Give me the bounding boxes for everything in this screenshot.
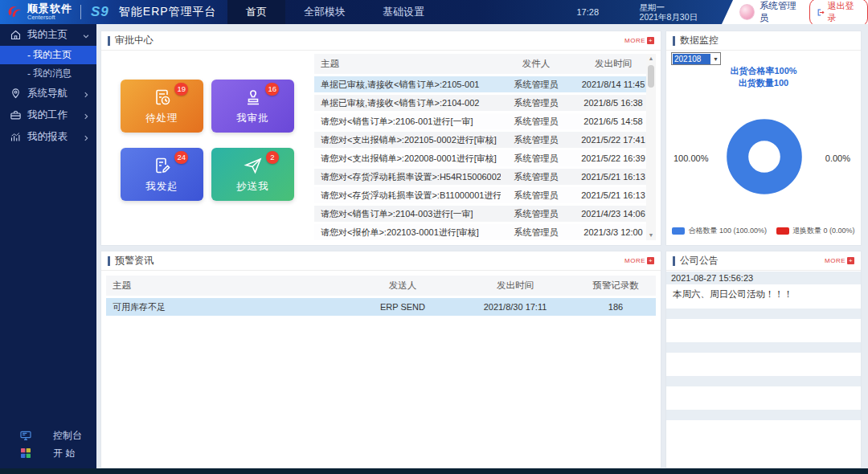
period-selected-value: 202108 (673, 54, 710, 64)
sidebar-item-label: 我的主页 (27, 28, 76, 42)
report-icon (10, 131, 22, 143)
approval-more-button[interactable]: MORE + (624, 37, 654, 44)
nav-tab-all-modules[interactable]: 全部模块 (285, 0, 364, 24)
approval-table: 主题发件人发出时间单据已审核,请接收<销售订单>:2105-001系统管理员20… (314, 54, 655, 240)
data-monitor-panel: 数据监控 202108 ▼ 出货合格率100% 出货数量100 100.00% … (665, 31, 862, 246)
announcement-empty-slot (666, 309, 861, 319)
approval-row[interactable]: 请您对<支出报销单>:202008-0001进行[审核]系统管理员2021/5/… (314, 150, 655, 166)
chevron-down-icon (82, 31, 90, 39)
sidebar-item-system-nav[interactable]: 系统导航 (0, 83, 96, 104)
column-header: 发出时间 (571, 58, 655, 70)
column-header: 主题 (106, 280, 350, 292)
approval-row[interactable]: 单据已审核,请接收<销售订单>:2104-002系统管理员2021/8/5 16… (314, 95, 655, 111)
monitor-panel-title: 数据监控 (680, 34, 719, 47)
approval-subject: 请您对<存货浮动耗损率设置>:H54R15006002进行[审核] (314, 171, 501, 183)
sidebar-item-my-home[interactable]: 我的主页 (0, 24, 96, 46)
column-header: 主题 (314, 58, 501, 70)
approval-subject: 请您对<报价单>:202103-0001进行[审核] (314, 227, 501, 239)
nav-tab-base-settings[interactable]: 基础设置 (364, 0, 443, 24)
sidebar-subitem-my-messages[interactable]: 我的消息 (0, 64, 96, 83)
alerts-table-header: 主题发送人发出时间预警记录数 (106, 276, 656, 296)
approval-card-cc-me[interactable]: 抄送我2 (211, 148, 294, 201)
approval-time: 2021/8/14 11:45 (571, 80, 655, 89)
console-icon (19, 429, 32, 442)
sidebar-menu: 我的主页我的主页我的消息系统导航我的工作我的报表 (0, 24, 96, 148)
scroll-up-icon[interactable]: ▲ (649, 54, 654, 63)
sidebar-item-my-reports[interactable]: 我的报表 (0, 126, 96, 148)
legend-item: 退换数量 0 (0.00%) (776, 226, 855, 236)
navigation-icon (10, 88, 22, 100)
announcement-empty-body (666, 386, 861, 410)
alert-row[interactable]: 可用库存不足ERP SEND2021/8/30 17:11186 (106, 298, 656, 316)
sidebar-item-label: 我的报表 (27, 130, 76, 144)
sidebar-console-label: 控制台 (53, 429, 82, 443)
approval-row[interactable]: 请您对<报价单>:202103-0001进行[审核]系统管理员2021/3/3 … (314, 224, 655, 240)
monitor-summary-1: 出货合格率100% (666, 65, 861, 77)
approval-row[interactable]: 请您对<销售订单>:2106-001进行[一审]系统管理员2021/6/5 14… (314, 113, 655, 129)
approval-table-scrollbar[interactable]: ▲ ▼ (646, 54, 656, 240)
stamp-icon (244, 88, 263, 109)
legend-label: 合格数量 100 (100.00%) (688, 226, 767, 236)
sidebar-console-button[interactable]: 控制台 (0, 427, 96, 444)
logout-button[interactable]: 退出登录 (809, 0, 868, 27)
approval-sender: 系统管理员 (501, 153, 571, 165)
card-label: 抄送我 (236, 180, 269, 194)
brand: 顺景软件 Centersoft S9 智能ERP管理平台 (4, 0, 217, 24)
chevron-right-icon (82, 90, 90, 98)
approval-sender: 系统管理员 (501, 116, 571, 128)
card-count-badge: 24 (174, 151, 188, 164)
more-icon: + (647, 37, 654, 44)
approval-sender: 系统管理员 (501, 97, 571, 109)
approval-time: 2021/5/22 17:41 (571, 135, 655, 145)
panel-accent (108, 36, 110, 46)
scroll-down-icon[interactable]: ▼ (649, 231, 654, 240)
main-nav: 首页全部模块基础设置 (227, 0, 443, 24)
alert-count: 186 (575, 302, 656, 312)
approval-row[interactable]: 请您对<支出报销单>:202105-0002进行[审核]系统管理员2021/5/… (314, 132, 655, 148)
approval-sender: 系统管理员 (501, 79, 571, 91)
s9-logo: S9 (91, 4, 109, 20)
announcement-empty-slot (666, 342, 861, 353)
approval-card-my-initiated[interactable]: 我发起24 (121, 148, 203, 201)
weekday-label: 星期一 (640, 2, 698, 12)
sidebar-subitem-my-home-page[interactable]: 我的主页 (0, 46, 96, 64)
approval-card-pending[interactable]: 待处理19 (121, 80, 203, 133)
approval-card-my-approvals[interactable]: 我审批16 (211, 80, 294, 133)
legend-swatch (776, 227, 789, 235)
more-icon: + (647, 257, 654, 264)
donut-right-label: 0.00% (825, 153, 850, 163)
nav-tab-home[interactable]: 首页 (227, 0, 285, 24)
brand-divider (80, 5, 81, 19)
approval-subject: 请您对<存货浮动耗损率设置>:B11000001进行[审核] (314, 190, 501, 202)
sidebar-start-button[interactable]: 开 始 (0, 444, 96, 462)
alert-time: 2021/8/30 17:11 (455, 302, 575, 312)
scrollbar-thumb[interactable] (648, 65, 654, 88)
donut-chart (721, 113, 808, 200)
approval-subject: 请您对<销售订单>:2104-003进行[一审] (314, 208, 501, 220)
announce-more-button[interactable]: MORE + (825, 257, 854, 264)
approval-row[interactable]: 请您对<存货浮动耗损率设置>:B11000001进行[审核]系统管理员2021/… (314, 187, 655, 203)
legend-label: 退换数量 0 (0.00%) (792, 226, 855, 236)
approval-sender: 系统管理员 (501, 171, 571, 183)
alerts-panel-title: 预警资讯 (115, 254, 154, 268)
column-header: 发出时间 (455, 280, 575, 292)
column-header: 发件人 (501, 58, 571, 70)
approval-row[interactable]: 请您对<存货浮动耗损率设置>:H54R15006002进行[审核]系统管理员20… (314, 169, 655, 185)
approval-row[interactable]: 单据已审核,请接收<销售订单>:2105-001系统管理员2021/8/14 1… (314, 76, 655, 92)
approval-sender: 系统管理员 (501, 190, 571, 202)
alerts-more-button[interactable]: MORE + (624, 257, 654, 264)
period-select[interactable]: 202108 ▼ (671, 52, 721, 65)
sidebar-bottom: 控制台开 始 (0, 427, 96, 462)
card-label: 待处理 (145, 112, 178, 125)
more-label: MORE (624, 37, 645, 44)
approval-time: 2021/6/5 14:58 (571, 116, 655, 126)
sidebar-item-my-work[interactable]: 我的工作 (0, 104, 96, 126)
date-label: 2021年8月30日 (640, 12, 698, 22)
chevron-right-icon (82, 112, 90, 120)
avatar[interactable] (739, 4, 755, 20)
approval-center-panel: 审批中心 MORE + 待处理19我审批16我发起24抄送我2 主题发件人发出时… (100, 31, 661, 246)
approval-row[interactable]: 请您对<销售订单>:2104-003进行[一审]系统管理员2021/4/23 1… (314, 206, 655, 222)
doc-clock-icon (153, 88, 172, 109)
announcement-datetime[interactable]: 2021-08-27 15:56:23 (666, 272, 861, 284)
approval-panel-title: 审批中心 (115, 34, 154, 47)
